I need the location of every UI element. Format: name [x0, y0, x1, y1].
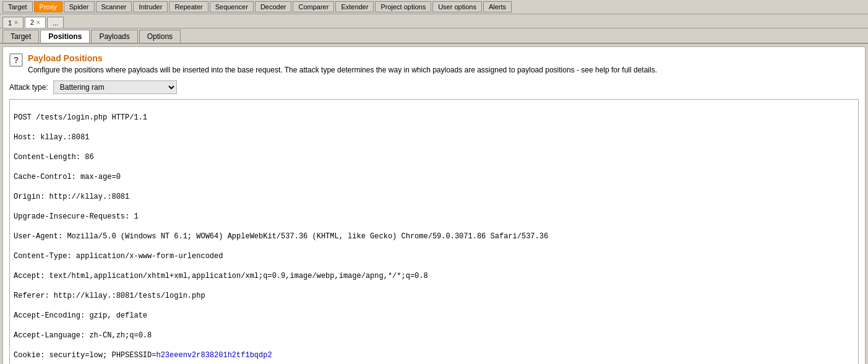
nav-proxy[interactable]: Proxy [34, 1, 62, 12]
nav-repeater[interactable]: Repeater [169, 1, 208, 12]
instance-tab-2[interactable]: 2 × [25, 17, 46, 28]
section-info: Payload Positions Configure the position… [28, 53, 657, 74]
nav-user-options[interactable]: User options [432, 1, 482, 12]
tab-target[interactable]: Target [2, 30, 39, 43]
req-line-12: Accept-Language: zh-CN,zh;q=0.8 [14, 330, 854, 341]
req-line-2: Host: kllay.:8081 [14, 132, 854, 143]
nav-spider[interactable]: Spider [64, 1, 95, 12]
help-row: ? Payload Positions Configure the positi… [9, 53, 859, 74]
instance-tabs: 1 × 2 × ... [0, 14, 868, 28]
nav-project-options[interactable]: Project options [375, 1, 431, 12]
tab-options[interactable]: Options [139, 30, 181, 43]
attack-type-label: Attack type: [9, 83, 48, 92]
req-line-7: User-Agent: Mozilla/5.0 (Windows NT 6.1;… [14, 231, 854, 242]
req-line-1: POST /tests/login.php HTTP/1.1 [14, 112, 854, 123]
instance-tab-more-label: ... [53, 19, 58, 27]
main-content: ? Payload Positions Configure the positi… [2, 46, 866, 364]
nav-decoder[interactable]: Decoder [255, 1, 292, 12]
req-line-9: Accept: text/html,application/xhtml+xml,… [14, 271, 854, 282]
req-line-cookie: Cookie: security=low; PHPSESSID=h23eeenv… [14, 350, 854, 361]
attack-type-select[interactable]: Battering ram [53, 80, 177, 94]
tab-payloads[interactable]: Payloads [91, 30, 137, 43]
nav-alerts[interactable]: Alerts [483, 1, 512, 12]
instance-tab-2-label: 2 [30, 19, 34, 26]
req-line-4: Cache-Control: max-age=0 [14, 171, 854, 183]
req-line-10: Referer: http://kllay.:8081/tests/login.… [14, 290, 854, 301]
req-line-8: Content-Type: application/x-www-form-url… [14, 251, 854, 262]
instance-tab-1-close[interactable]: × [14, 19, 18, 26]
nav-target[interactable]: Target [2, 1, 33, 12]
cookie-value: h23eeenv2r838201h2tf1bqdp2 [156, 351, 272, 360]
section-description: Configure the positions where payloads w… [28, 66, 657, 74]
instance-tab-1[interactable]: 1 × [2, 17, 24, 28]
req-line-3: Content-Length: 86 [14, 152, 854, 163]
req-line-5: Origin: http://kllay.:8081 [14, 191, 854, 202]
attack-type-row: Attack type: Battering ram [9, 80, 859, 94]
req-line-11: Accept-Encoding: gzip, deflate [14, 310, 854, 321]
nav-extender[interactable]: Extender [335, 1, 374, 12]
section-title: Payload Positions [28, 53, 657, 63]
instance-tab-more[interactable]: ... [47, 17, 64, 28]
request-editor[interactable]: POST /tests/login.php HTTP/1.1 Host: kll… [9, 99, 859, 364]
instance-tab-2-close[interactable]: × [37, 19, 40, 26]
nav-scanner[interactable]: Scanner [96, 1, 132, 12]
nav-sequencer[interactable]: Sequencer [210, 1, 254, 12]
help-icon[interactable]: ? [9, 53, 23, 67]
nav-intruder[interactable]: Intruder [133, 1, 168, 12]
sub-tabs: Target Positions Payloads Options [0, 28, 868, 44]
tab-positions[interactable]: Positions [40, 30, 90, 43]
nav-comparer[interactable]: Comparer [293, 1, 334, 12]
instance-tab-1-label: 1 [8, 19, 12, 27]
top-nav: Target Proxy Spider Scanner Intruder Rep… [0, 0, 868, 14]
req-line-6: Upgrade-Insecure-Requests: 1 [14, 211, 854, 222]
